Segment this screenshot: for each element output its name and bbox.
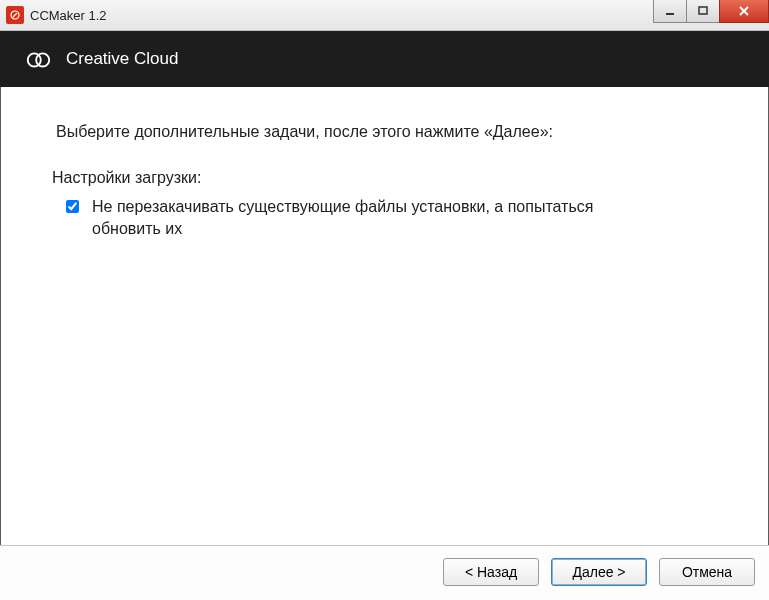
settings-header: Настройки загрузки: bbox=[52, 167, 713, 189]
footer: < Назад Далее > Отмена bbox=[0, 545, 769, 600]
content-area: Выберите дополнительные задачи, после эт… bbox=[0, 87, 769, 545]
banner-title: Creative Cloud bbox=[66, 49, 178, 69]
instruction-text: Выберите дополнительные задачи, после эт… bbox=[56, 121, 713, 143]
option-row: Не перезакачивать существующие файлы уст… bbox=[62, 196, 642, 239]
svg-rect-2 bbox=[699, 7, 707, 14]
close-button[interactable] bbox=[719, 0, 769, 23]
banner: Creative Cloud bbox=[0, 31, 769, 87]
svg-point-6 bbox=[36, 53, 49, 66]
app-window: CCMaker 1.2 Creative Cloud Выберите допо… bbox=[0, 0, 769, 600]
option-label[interactable]: Не перезакачивать существующие файлы уст… bbox=[92, 196, 642, 239]
titlebar: CCMaker 1.2 bbox=[0, 0, 769, 31]
next-button[interactable]: Далее > bbox=[551, 558, 647, 586]
creative-cloud-icon bbox=[24, 45, 52, 73]
cancel-button[interactable]: Отмена bbox=[659, 558, 755, 586]
option-checkbox[interactable] bbox=[66, 200, 79, 213]
maximize-button[interactable] bbox=[686, 0, 720, 23]
minimize-button[interactable] bbox=[653, 0, 687, 23]
back-button[interactable]: < Назад bbox=[443, 558, 539, 586]
window-title: CCMaker 1.2 bbox=[30, 8, 107, 23]
app-icon bbox=[6, 6, 24, 24]
window-controls bbox=[654, 0, 769, 22]
